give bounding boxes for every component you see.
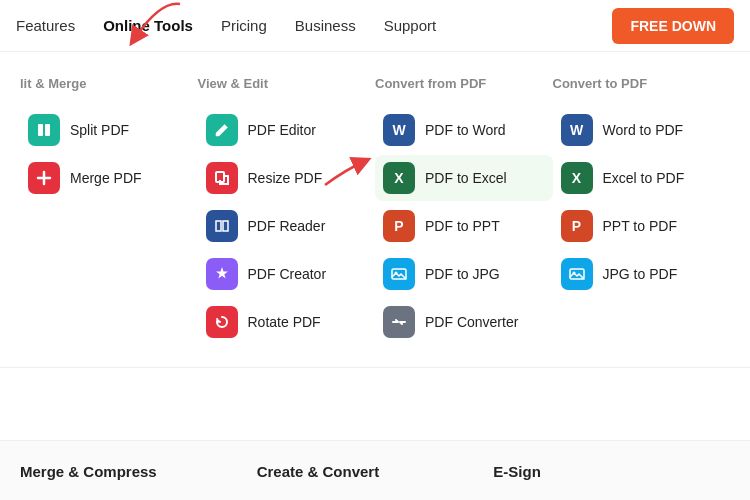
merge-pdf-label: Merge PDF [70,170,142,186]
word-to-pdf-label: Word to PDF [603,122,684,138]
pdf-creator-label: PDF Creator [248,266,327,282]
pdf-to-word-label: PDF to Word [425,122,506,138]
pdf-reader-label: PDF Reader [248,218,326,234]
col-header-split-merge: lit & Merge [20,76,198,91]
excel-to-pdf-icon: X [561,162,593,194]
pdf-reader-icon [206,210,238,242]
svg-rect-2 [45,124,50,136]
main-nav: Features Online Tools Pricing Business S… [0,0,750,52]
resize-pdf-label: Resize PDF [248,170,323,186]
pdf-to-excel-label: PDF to Excel [425,170,507,186]
tool-merge-pdf[interactable]: Merge PDF [20,155,198,201]
dropdown-panel: lit & Merge Split PDF Merge PDF View & E… [0,52,750,368]
rotate-pdf-icon [206,306,238,338]
free-download-button[interactable]: FREE DOWN [612,8,734,44]
tool-ppt-to-pdf[interactable]: P PPT to PDF [553,203,731,249]
col-header-convert-to: Convert to PDF [553,76,731,91]
col-header-convert-from: Convert from PDF [375,76,553,91]
footer-item-merge[interactable]: Merge & Compress [20,463,257,480]
split-pdf-label: Split PDF [70,122,129,138]
pdf-to-word-icon: W [383,114,415,146]
pdf-creator-icon [206,258,238,290]
col-header-view-edit: View & Edit [198,76,376,91]
pdf-to-ppt-label: PDF to PPT [425,218,500,234]
col-view-edit: View & Edit PDF Editor Resize PDF PDF Re… [198,76,376,347]
pdf-to-ppt-icon: P [383,210,415,242]
ppt-to-pdf-label: PPT to PDF [603,218,677,234]
nav-item-business[interactable]: Business [295,13,356,38]
jpg-to-pdf-label: JPG to PDF [603,266,678,282]
red-arrow-indicator [105,0,195,51]
col-convert-to-pdf: Convert to PDF W Word to PDF X Excel to … [553,76,731,347]
tool-pdf-to-ppt[interactable]: P PDF to PPT [375,203,553,249]
red-arrow-excel [315,140,385,190]
tool-pdf-creator[interactable]: PDF Creator [198,251,376,297]
pdf-to-excel-icon: X [383,162,415,194]
tool-pdf-reader[interactable]: PDF Reader [198,203,376,249]
tool-pdf-to-jpg[interactable]: PDF to JPG [375,251,553,297]
jpg-to-pdf-icon [561,258,593,290]
pdf-editor-icon [206,114,238,146]
tool-split-pdf[interactable]: Split PDF [20,107,198,153]
tool-pdf-converter[interactable]: PDF Converter [375,299,553,345]
pdf-converter-icon [383,306,415,338]
tool-jpg-to-pdf[interactable]: JPG to PDF [553,251,731,297]
tool-pdf-to-word[interactable]: W PDF to Word [375,107,553,153]
resize-pdf-icon [206,162,238,194]
footer-item-esign[interactable]: E-Sign [493,463,730,480]
tool-rotate-pdf[interactable]: Rotate PDF [198,299,376,345]
tool-pdf-to-excel[interactable]: X PDF to Excel [375,155,553,201]
word-to-pdf-icon: W [561,114,593,146]
pdf-to-jpg-label: PDF to JPG [425,266,500,282]
rotate-pdf-label: Rotate PDF [248,314,321,330]
split-pdf-icon [28,114,60,146]
nav-item-pricing[interactable]: Pricing [221,13,267,38]
pdf-converter-label: PDF Converter [425,314,518,330]
tool-excel-to-pdf[interactable]: X Excel to PDF [553,155,731,201]
tool-word-to-pdf[interactable]: W Word to PDF [553,107,731,153]
nav-item-features[interactable]: Features [16,13,75,38]
svg-rect-1 [38,124,43,136]
merge-pdf-icon [28,162,60,194]
pdf-editor-label: PDF Editor [248,122,316,138]
footer-nav: Merge & Compress Create & Convert E-Sign [0,440,750,500]
pdf-to-jpg-icon [383,258,415,290]
col-convert-from-pdf: Convert from PDF W PDF to Word X PDF to … [375,76,553,347]
nav-item-support[interactable]: Support [384,13,437,38]
col-split-merge: lit & Merge Split PDF Merge PDF [20,76,198,347]
excel-to-pdf-label: Excel to PDF [603,170,685,186]
footer-item-create[interactable]: Create & Convert [257,463,494,480]
ppt-to-pdf-icon: P [561,210,593,242]
